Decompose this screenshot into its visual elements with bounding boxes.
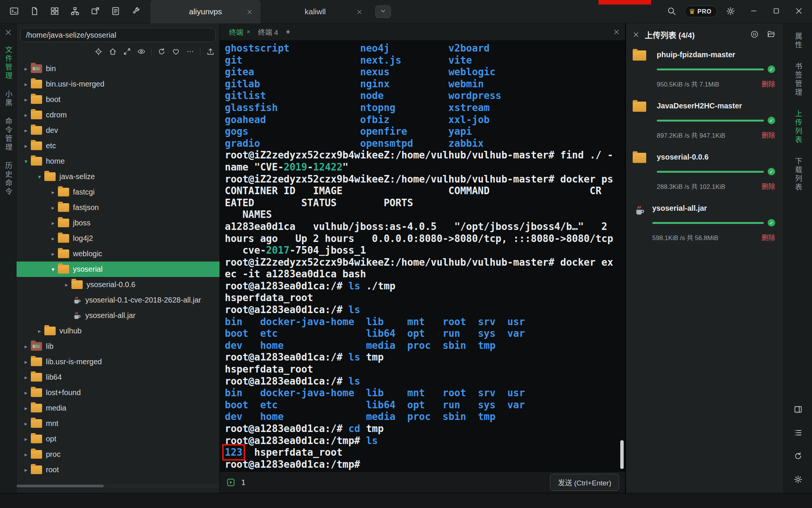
new-terminal-tab-button[interactable]: +: [286, 27, 291, 37]
tree-item-dev[interactable]: ▸dev: [17, 123, 220, 138]
tree-item-jboss[interactable]: ▸jboss: [17, 215, 220, 231]
collapse-arrow-icon[interactable]: ▾: [21, 158, 31, 165]
expand-arrow-icon[interactable]: ▸: [21, 96, 31, 103]
collapse-arrow-icon[interactable]: ▾: [48, 266, 58, 273]
expand-arrow-icon[interactable]: ▸: [48, 220, 58, 227]
folder-open-button[interactable]: [765, 29, 777, 40]
expand-arrow-icon[interactable]: ▸: [21, 405, 31, 412]
upload-button[interactable]: [204, 46, 217, 58]
expand-arrow-icon[interactable]: ▸: [35, 328, 44, 335]
left-rail-item-文件管理[interactable]: 文件管理: [3, 46, 13, 81]
more-button[interactable]: [184, 46, 196, 58]
expand-arrow-icon[interactable]: ▸: [21, 451, 31, 458]
tree-item-home[interactable]: ▾home: [17, 154, 220, 169]
expand-arrow-icon[interactable]: ▸: [21, 374, 31, 381]
tree-item-lib[interactable]: ▸lib: [17, 339, 220, 354]
collapse-arrow-icon[interactable]: ▾: [35, 173, 44, 180]
horizontal-scrollbar[interactable]: [17, 484, 220, 488]
expand-arrow-icon[interactable]: ▸: [48, 251, 58, 257]
expand-arrow-icon[interactable]: ▸: [21, 436, 31, 443]
eye-button[interactable]: [135, 46, 147, 58]
tree-item-bin.usr-is-merged[interactable]: ▸bin.usr-is-merged: [17, 76, 220, 92]
tree-item-fastjson[interactable]: ▸fastjson: [17, 200, 220, 215]
expand-arrow-icon[interactable]: ▸: [62, 281, 71, 288]
path-input[interactable]: [20, 28, 216, 42]
terminal-tab[interactable]: 终端 4: [254, 23, 282, 40]
close-tab-icon[interactable]: [356, 8, 364, 15]
panel-button[interactable]: [792, 403, 804, 416]
right-rail-item-上传列表[interactable]: 上传列表: [793, 110, 803, 144]
home-button[interactable]: [106, 46, 119, 58]
export-button[interactable]: [88, 5, 102, 19]
expand-arrow-icon[interactable]: ▸: [21, 127, 31, 134]
terminal-scrollbar-thumb[interactable]: [620, 440, 624, 469]
close-terminal-tab-icon[interactable]: ×: [247, 28, 250, 36]
expand-arrow-icon[interactable]: ▸: [21, 343, 31, 350]
locate-button[interactable]: [92, 46, 105, 58]
minimize-button[interactable]: [747, 5, 761, 19]
tab-list-dropdown-button[interactable]: [375, 5, 391, 18]
session-tab[interactable]: aliyunvps: [150, 0, 260, 23]
tree-item-media[interactable]: ▸media: [17, 400, 220, 416]
settings-button[interactable]: [723, 5, 738, 19]
left-rail-item-小黑[interactable]: 小黑: [3, 90, 13, 108]
close-sidebar-icon[interactable]: [5, 29, 12, 36]
tree-item-cdrom[interactable]: ▸cdrom: [17, 107, 220, 123]
tree-item-proc[interactable]: ▸proc: [17, 447, 220, 462]
delete-button[interactable]: 删除: [762, 232, 775, 242]
tree-item-java-selize[interactable]: ▾java-selize: [17, 169, 220, 184]
expand-arrow-icon[interactable]: ▸: [21, 81, 31, 88]
pro-badge[interactable]: ♛ PRO: [685, 6, 717, 17]
terminal-output[interactable]: ghostscript neo4j v2boardgit next.js vit…: [220, 40, 625, 471]
close-upload-panel-icon[interactable]: [633, 31, 639, 38]
session-tab[interactable]: kaliwll: [260, 0, 370, 23]
tree-item-lost+found[interactable]: ▸lost+found: [17, 385, 220, 400]
tree-item-vulhub[interactable]: ▸vulhub: [17, 323, 220, 339]
tree-item-ysoserial-0.1-cve-2018-2628-all.jar[interactable]: ysoserial-0.1-cve-2018-2628-all.jar: [17, 292, 220, 308]
expand-arrow-icon[interactable]: ▸: [21, 65, 31, 72]
tree-item-ysoserial[interactable]: ▾ysoserial: [17, 262, 220, 277]
tree-item-opt[interactable]: ▸opt: [17, 431, 220, 447]
right-rail-item-属性[interactable]: 属性: [793, 32, 803, 50]
tree-item-mnt[interactable]: ▸mnt: [17, 416, 220, 431]
right-rail-item-下载列表[interactable]: 下载列表: [793, 157, 803, 192]
expand-arrow-icon[interactable]: ▸: [21, 420, 31, 427]
left-rail-item-历史命令[interactable]: 历史命令: [3, 162, 13, 196]
expand-arrow-icon[interactable]: ▸: [48, 204, 58, 211]
tree-item-weblogic[interactable]: ▸weblogic: [17, 246, 220, 262]
tree-item-ysoserial-0.0.6[interactable]: ▸ysoserial-0.0.6: [17, 277, 220, 292]
expand-button[interactable]: [121, 46, 133, 58]
tree-item-bin[interactable]: ▸bin: [17, 61, 220, 76]
delete-button[interactable]: 删除: [762, 79, 775, 88]
close-terminal-panel-icon[interactable]: [613, 29, 620, 35]
refresh-button[interactable]: [792, 450, 804, 463]
maximize-button[interactable]: [769, 5, 783, 19]
tree-item-log4j2[interactable]: ▸log4j2: [17, 231, 220, 246]
tree-item-boot[interactable]: ▸boot: [17, 92, 220, 107]
gear-button[interactable]: [792, 473, 804, 486]
close-window-button[interactable]: [792, 5, 806, 19]
expand-arrow-icon[interactable]: ▸: [21, 112, 31, 119]
tree-item-etc[interactable]: ▸etc: [17, 138, 220, 154]
heart-button[interactable]: [170, 46, 182, 58]
expand-arrow-icon[interactable]: ▸: [21, 143, 31, 149]
expand-arrow-icon[interactable]: ▸: [48, 235, 58, 242]
refresh-button[interactable]: [155, 46, 168, 58]
document-button[interactable]: [108, 5, 123, 19]
tree-item-root[interactable]: ▸root: [17, 462, 220, 478]
expand-arrow-icon[interactable]: ▸: [21, 359, 31, 365]
send-script-icon[interactable]: [226, 478, 236, 487]
pause-button[interactable]: [749, 29, 760, 40]
expand-arrow-icon[interactable]: ▸: [21, 467, 31, 473]
delete-button[interactable]: 删除: [762, 181, 775, 191]
sitemap-button[interactable]: [68, 5, 82, 19]
delete-button[interactable]: 删除: [762, 130, 775, 140]
horizontal-scrollbar-thumb[interactable]: [17, 485, 104, 487]
tree-item-lib.usr-is-merged[interactable]: ▸lib.usr-is-merged: [17, 354, 220, 370]
wrench-button[interactable]: [129, 5, 143, 19]
terminal-tab[interactable]: 终端×: [225, 23, 254, 40]
expand-arrow-icon[interactable]: ▸: [21, 389, 31, 396]
search-button[interactable]: [664, 5, 679, 19]
left-rail-item-命令管理[interactable]: 命令管理: [3, 117, 13, 152]
close-tab-icon[interactable]: [247, 8, 254, 15]
